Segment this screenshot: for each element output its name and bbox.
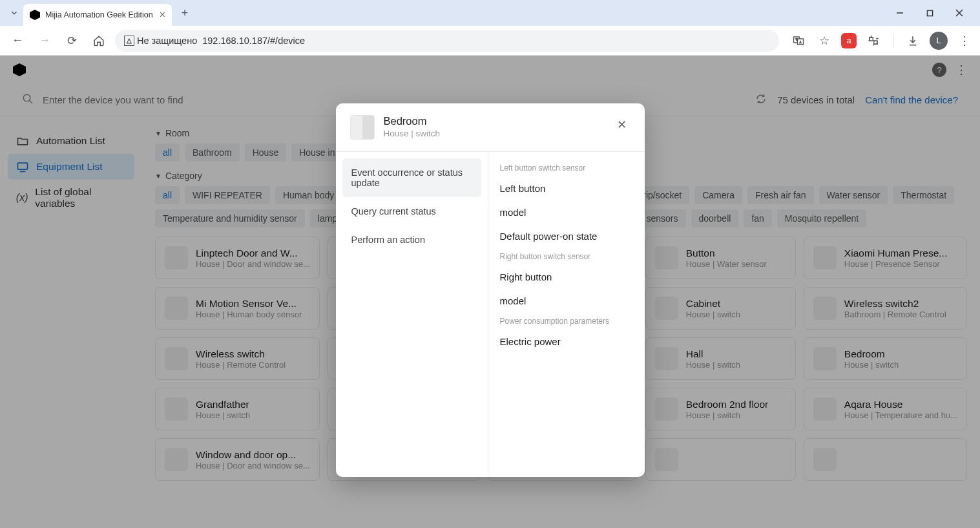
extension-a-icon[interactable]: a xyxy=(841,33,857,48)
window-controls xyxy=(891,4,975,22)
modal-option[interactable]: Electric power xyxy=(497,330,636,354)
back-button[interactable]: ← xyxy=(6,30,28,52)
warning-icon: △ xyxy=(124,36,134,46)
address-bar[interactable]: △ Не защищено 192.168.10.187/#/device xyxy=(115,30,779,52)
device-modal: Bedroom House | switch ✕ Event occurrenc… xyxy=(336,103,645,477)
new-tab-button[interactable]: + xyxy=(176,4,194,22)
close-window-button[interactable] xyxy=(950,4,968,22)
url-text: 192.168.10.187/#/device xyxy=(202,36,305,46)
divider xyxy=(893,34,893,47)
downloads-icon[interactable] xyxy=(904,32,922,50)
modal-nav-item[interactable]: Event occurrence or status update xyxy=(342,158,481,197)
modal-option[interactable]: Left button xyxy=(497,176,636,200)
modal-nav-item[interactable]: Query current status xyxy=(342,197,481,226)
modal-header: Bedroom House | switch ✕ xyxy=(336,103,645,152)
svg-rect-1 xyxy=(927,10,932,16)
modal-option[interactable]: Default power-on state xyxy=(497,224,636,248)
maximize-button[interactable] xyxy=(921,4,939,22)
modal-nav: Event occurrence or status updateQuery c… xyxy=(336,152,488,477)
modal-subtitle: House | switch xyxy=(384,129,441,138)
modal-option[interactable]: model xyxy=(497,289,636,313)
app-root: ? ⋮ 75 devices in total Can't find the d… xyxy=(0,56,980,528)
tab-close-button[interactable]: × xyxy=(160,9,165,21)
modal-overlay[interactable]: Bedroom House | switch ✕ Event occurrenc… xyxy=(0,56,980,528)
minimize-button[interactable] xyxy=(891,4,909,22)
translate-icon[interactable] xyxy=(789,32,808,50)
extensions-icon[interactable] xyxy=(864,32,882,50)
modal-section-label: Power consumption parameters xyxy=(497,313,636,330)
home-button[interactable] xyxy=(88,30,110,52)
modal-close-button[interactable]: ✕ xyxy=(613,115,631,134)
browser-tab-strip: Mijia Automation Geek Edition × + xyxy=(0,0,980,26)
security-text: Не защищено xyxy=(137,36,197,46)
bookmark-icon[interactable]: ☆ xyxy=(815,32,833,50)
profile-avatar[interactable]: L xyxy=(930,32,948,50)
modal-option[interactable]: model xyxy=(497,200,636,224)
tab-search-button[interactable] xyxy=(5,4,23,22)
browser-tab[interactable]: Mijia Automation Geek Edition × xyxy=(23,4,172,26)
modal-section-label: Right button switch sensor xyxy=(497,248,636,265)
tab-favicon-icon xyxy=(30,10,40,20)
modal-content: Left button switch sensorLeft buttonmode… xyxy=(488,152,645,477)
modal-body: Event occurrence or status updateQuery c… xyxy=(336,152,645,477)
device-thumb-icon xyxy=(350,115,375,140)
modal-title: Bedroom xyxy=(384,115,441,127)
forward-button[interactable]: → xyxy=(34,30,56,52)
security-indicator[interactable]: △ Не защищено xyxy=(124,36,197,46)
modal-option[interactable]: Right button xyxy=(497,265,636,289)
modal-section-label: Left button switch sensor xyxy=(497,160,636,176)
modal-nav-item[interactable]: Perform an action xyxy=(342,226,481,254)
reload-button[interactable]: ⟳ xyxy=(61,30,83,52)
browser-toolbar: ← → ⟳ △ Не защищено 192.168.10.187/#/dev… xyxy=(0,26,980,56)
browser-menu-button[interactable]: ⋮ xyxy=(955,32,974,50)
tab-title: Mijia Automation Geek Edition xyxy=(45,10,154,19)
